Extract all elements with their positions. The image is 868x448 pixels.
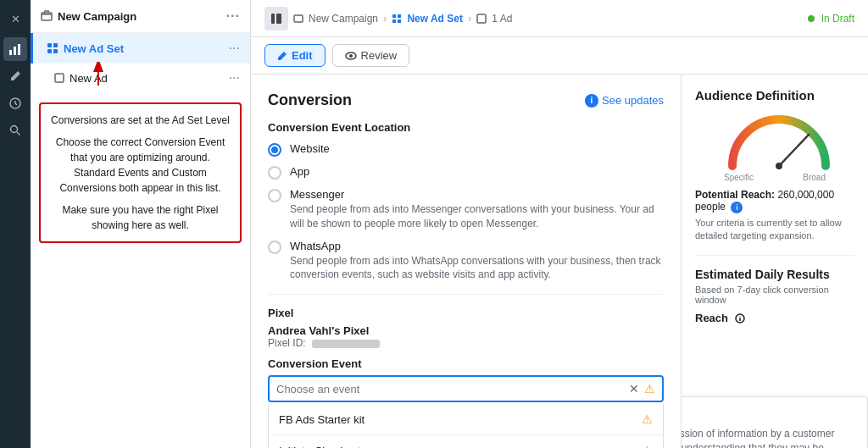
reach-info-icon: [735, 313, 745, 324]
conversion-event-input[interactable]: [276, 383, 629, 395]
svg-point-21: [349, 54, 353, 58]
estimated-daily-results-note: Based on 7-day click conversion window: [695, 285, 854, 305]
svg-rect-6: [47, 43, 52, 47]
ad-dots[interactable]: ···: [229, 70, 240, 86]
pixel-id-prefix: Pixel ID:: [268, 337, 309, 349]
lead-popup-desc: A submission of information by a custome…: [682, 427, 855, 448]
breadcrumb-adset[interactable]: New Ad Set: [407, 13, 463, 25]
breadcrumb-right: In Draft: [808, 13, 854, 25]
svg-rect-19: [477, 14, 486, 23]
info-icon: i: [585, 94, 598, 108]
radio-whatsapp-label: WhatsApp: [290, 240, 664, 252]
radio-messenger[interactable]: Messenger Send people from ads into Mess…: [268, 188, 664, 231]
svg-rect-8: [47, 49, 52, 53]
radio-whatsapp-circle: [268, 241, 281, 254]
radio-whatsapp[interactable]: WhatsApp Send people from ads into Whats…: [268, 240, 664, 283]
bc-ad-icon: [476, 14, 487, 24]
svg-rect-1: [14, 47, 16, 55]
potential-reach-label: Potential Reach:: [695, 189, 775, 201]
search-icon[interactable]: [3, 119, 27, 142]
edit-label: Edit: [292, 49, 313, 62]
gauge-svg: [724, 111, 834, 170]
event-item-fb-ads[interactable]: FB Ads Starter kit ⚠: [269, 404, 663, 435]
edit-button[interactable]: Edit: [264, 44, 326, 67]
radio-website-label: Website: [290, 142, 330, 155]
svg-rect-14: [294, 15, 303, 22]
edit-pencil-icon: [277, 51, 287, 61]
radio-app-label: App: [290, 165, 309, 178]
campaign-name: New Campaign: [58, 10, 136, 23]
svg-rect-12: [271, 14, 275, 24]
clock-icon[interactable]: [3, 91, 27, 115]
event-name-initiate-checkout: Initiate Checkout: [279, 445, 361, 448]
event-item-initiate-checkout[interactable]: Initiate Checkout ⚠: [269, 435, 663, 448]
ad-set-dots[interactable]: ···: [229, 41, 240, 56]
event-warning-initiate-checkout: ⚠: [642, 444, 653, 448]
right-panel: Audience Definition: [682, 75, 868, 448]
review-button[interactable]: Review: [332, 44, 410, 67]
annotation-line3: Make sure you have the right Pixel showi…: [51, 202, 230, 233]
pixel-id-value: [312, 340, 380, 348]
section-title-row: Conversion i See updates: [268, 91, 664, 109]
ad-set-row[interactable]: New Ad Set ···: [31, 33, 250, 64]
pixel-section-label: Pixel: [268, 307, 664, 319]
radio-website[interactable]: Website: [268, 142, 664, 157]
search-input-icons: ✕ ⚠: [629, 382, 655, 395]
sidebar-icon-panel: ✕: [0, 0, 31, 448]
svg-rect-17: [392, 19, 396, 23]
reach-section-label: Reach: [695, 312, 854, 324]
review-label: Review: [361, 49, 398, 62]
see-updates-text: See updates: [602, 94, 664, 107]
clear-icon[interactable]: ✕: [629, 382, 639, 395]
annotation-box: Conversions are set at the Ad Set Level …: [39, 102, 242, 243]
gauge-broad-label: Broad: [803, 173, 826, 182]
potential-reach: Potential Reach: 260,000,000 people i: [695, 189, 854, 213]
status-indicator: [808, 15, 815, 22]
radio-app[interactable]: App: [268, 165, 664, 180]
radio-messenger-desc: Send people from ads into Messenger conv…: [290, 202, 664, 231]
ad-set-row-left: New Ad Set: [47, 42, 124, 55]
conversion-event-label: Conversion Event: [268, 357, 664, 370]
lead-popup-title: Lead: [682, 409, 855, 422]
radio-website-content: Website: [290, 142, 330, 155]
campaign-dots[interactable]: ···: [226, 8, 240, 24]
action-bar: Edit Review: [251, 37, 868, 75]
radio-app-content: App: [290, 165, 309, 178]
review-eye-icon: [345, 52, 357, 60]
sidebar-toggle-button[interactable]: [264, 7, 288, 30]
conversion-event-search-container: ✕ ⚠: [268, 375, 664, 402]
ad-row[interactable]: New Ad ···: [31, 64, 250, 92]
breadcrumb-campaign[interactable]: New Campaign: [309, 13, 378, 25]
pencil-icon[interactable]: [3, 64, 27, 88]
event-name-fb-ads: FB Ads Starter kit: [279, 413, 364, 426]
center-form: Conversion i See updates Conversion Even…: [251, 75, 682, 448]
see-updates-button[interactable]: i See updates: [585, 94, 664, 108]
radio-app-circle: [268, 166, 281, 180]
radio-website-circle: [268, 143, 281, 157]
conversion-title: Conversion: [268, 91, 352, 109]
campaign-folder-icon: [41, 10, 53, 22]
input-warning-icon: ⚠: [644, 382, 655, 395]
breadcrumb-left: New Campaign › New Ad Set › 1 Ad: [264, 7, 512, 30]
svg-rect-15: [392, 14, 396, 18]
breadcrumb-ad[interactable]: 1 Ad: [492, 13, 512, 25]
close-icon[interactable]: ✕: [3, 7, 27, 30]
panel-divider-1: [695, 255, 854, 256]
potential-reach-info: i: [731, 202, 743, 213]
arrow-up: [81, 62, 115, 90]
ad-square-icon: [54, 73, 64, 83]
svg-line-22: [779, 135, 809, 166]
ad-set-grid-icon: [47, 42, 58, 54]
svg-rect-2: [18, 44, 20, 55]
chart-icon[interactable]: [3, 37, 27, 61]
gauge-labels: Specific Broad: [724, 173, 826, 182]
radio-messenger-circle: [268, 189, 281, 202]
campaign-name-row: New Campaign: [41, 10, 136, 23]
svg-point-4: [11, 126, 18, 133]
campaign-panel: New Campaign ··· New Ad Set ··· New Ad ·…: [31, 0, 251, 448]
audience-definition-title: Audience Definition: [695, 88, 854, 102]
svg-rect-16: [398, 14, 401, 18]
radio-messenger-label: Messenger: [290, 188, 664, 201]
content-area: Conversion i See updates Conversion Even…: [251, 75, 868, 448]
annotation-line2: Choose the correct Conversion Event that…: [51, 135, 230, 196]
